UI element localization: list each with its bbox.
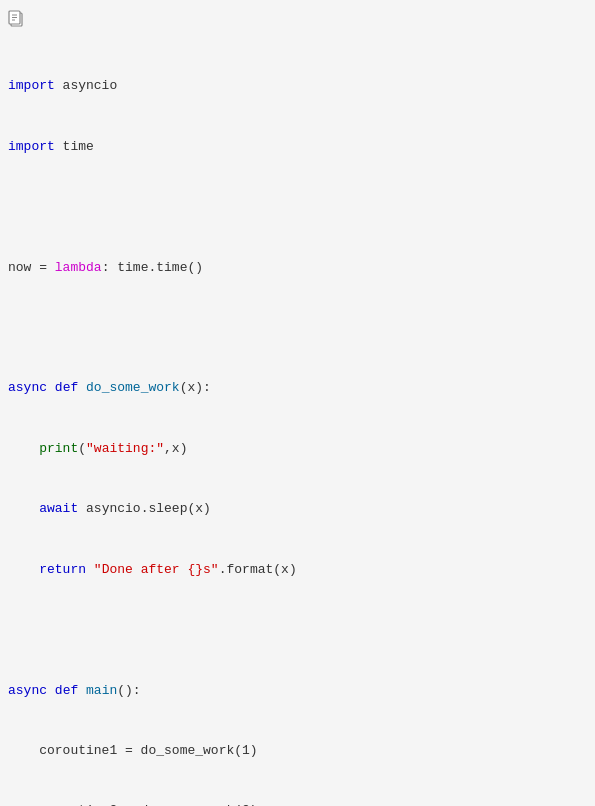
code-block: import asyncio import time now = lambda:… xyxy=(8,36,587,806)
line-6: async def do_some_work(x): xyxy=(8,378,587,398)
code-container: import asyncio import time now = lambda:… xyxy=(0,0,595,806)
line-2: import time xyxy=(8,137,587,157)
line-1: import asyncio xyxy=(8,76,587,96)
top-copy-icon[interactable] xyxy=(8,10,587,32)
line-8: await asyncio.sleep(x) xyxy=(8,499,587,519)
line-12: coroutine1 = do_some_work(1) xyxy=(8,741,587,761)
line-10 xyxy=(8,620,587,640)
line-3 xyxy=(8,197,587,217)
line-9: return "Done after {}s".format(x) xyxy=(8,560,587,580)
line-5 xyxy=(8,318,587,338)
line-11: async def main(): xyxy=(8,681,587,701)
line-7: print("waiting:",x) xyxy=(8,439,587,459)
line-13: coroutine2 = do_some_work(2) xyxy=(8,801,587,806)
line-4: now = lambda: time.time() xyxy=(8,258,587,278)
